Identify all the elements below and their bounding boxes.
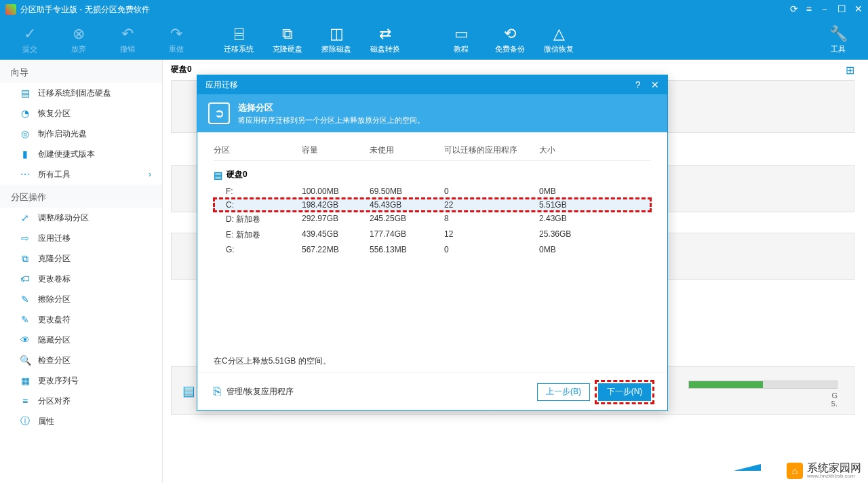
info-icon: ⓘ — [19, 415, 31, 427]
wechat-icon: △ — [553, 25, 565, 43]
cancel-icon: ⊗ — [73, 25, 85, 43]
cell-apps: 0 — [444, 245, 539, 254]
sidebar-item-migrate-ssd[interactable]: ▤迁移系统到固态硬盘 — [0, 83, 162, 103]
dialog-title: 应用迁移 — [205, 79, 627, 91]
cell-capacity: 439.45GB — [302, 229, 370, 241]
more-icon: ⋯ — [19, 168, 31, 180]
brand-triangle-icon — [734, 464, 761, 471]
dialog-titlebar: 应用迁移 ? ✕ — [197, 75, 667, 94]
partition-row[interactable]: E: 新加卷439.45GB177.74GB1225.36GB — [214, 227, 651, 243]
tools-button[interactable]: 🔧工具 — [814, 20, 863, 58]
sidebar-item-make-bootdisc[interactable]: ◎制作启动光盘 — [0, 123, 162, 144]
dialog-close-icon[interactable]: ✕ — [651, 79, 659, 90]
refresh-icon[interactable]: ⟳ — [790, 3, 798, 16]
sidebar-item-app-migrate[interactable]: ⇨应用迁移 — [0, 228, 162, 248]
migrate-os-button[interactable]: ⌸迁移系统 — [214, 20, 263, 58]
clone-disk-button[interactable]: ⧉克隆硬盘 — [263, 20, 312, 58]
eraser-icon: ◫ — [330, 25, 344, 43]
sidebar-item-change-letter[interactable]: ✎更改盘符 — [0, 309, 162, 330]
partition-table: 分区 容量 未使用 可以迁移的应用程序 大小 ▤ 硬盘0 F:100.00MB6… — [214, 144, 651, 256]
folder-arrow-icon: ➲ — [208, 102, 230, 124]
cell-size: 0MB — [539, 187, 607, 196]
col-capacity: 容量 — [302, 144, 370, 156]
redo-button[interactable]: ↷重做 — [152, 20, 201, 58]
cell-capacity: 100.00MB — [302, 187, 370, 196]
pie-icon: ◔ — [19, 107, 31, 119]
tag-icon: 🏷 — [19, 273, 31, 285]
cell-capacity: 198.42GB — [302, 200, 370, 210]
free-backup-button[interactable]: ⟲免费备份 — [486, 20, 534, 58]
app-logo-icon — [5, 4, 16, 15]
cell-partition: C: — [214, 200, 302, 210]
minimize-icon[interactable]: － — [820, 3, 829, 16]
wipe-icon: ✎ — [19, 293, 31, 305]
disk0-label: 硬盘0 — [171, 64, 192, 75]
sidebar-item-hide-partition[interactable]: 👁隐藏分区 — [0, 330, 162, 350]
view-toggle-icon[interactable]: ⊞ — [846, 64, 854, 77]
back-button[interactable]: 上一步(B) — [537, 383, 590, 401]
discard-button[interactable]: ⊗放弃 — [54, 20, 103, 58]
partition-ops-section-title: 分区操作 — [0, 185, 162, 208]
window-title: 分区助手专业版 - 无损分区免费软件 — [20, 4, 790, 16]
sidebar-item-change-label[interactable]: 🏷更改卷标 — [0, 269, 162, 289]
tutorial-button[interactable]: ▭教程 — [437, 20, 486, 58]
partition-row[interactable]: G:567.22MB556.13MB00MB — [214, 243, 651, 256]
col-size: 大小 — [539, 144, 607, 156]
partition-row[interactable]: C:198.42GB45.43GB225.51GB — [214, 198, 651, 212]
sidebar-item-portable-version[interactable]: ▮创建便捷式版本 — [0, 144, 162, 164]
help-icon[interactable]: ? — [635, 79, 641, 90]
sidebar-item-all-tools[interactable]: ⋯所有工具› — [0, 164, 162, 185]
letter-icon: ✎ — [19, 313, 31, 326]
cell-unused: 177.74GB — [370, 229, 444, 241]
convert-disk-button[interactable]: ⇄磁盘转换 — [361, 20, 410, 58]
next-button[interactable]: 下一步(N) — [598, 383, 651, 401]
partition-row[interactable]: D: 新加卷292.97GB245.25GB82.43GB — [214, 212, 651, 227]
sidebar-item-properties[interactable]: ⓘ属性 — [0, 411, 162, 431]
serial-icon: ▦ — [19, 374, 31, 387]
disk-group-icon: ▤ — [214, 170, 222, 180]
dialog-header-sub: 将应用程序迁移到另一个分区上来释放原分区上的空间。 — [238, 115, 425, 125]
dialog-header-title: 选择分区 — [238, 102, 425, 114]
sidebar-item-resize-move[interactable]: ⤢调整/移动分区 — [0, 208, 162, 228]
hide-icon: 👁 — [19, 334, 31, 346]
chevron-right-icon: › — [149, 170, 151, 179]
sidebar-item-change-serial[interactable]: ▦更改序列号 — [0, 370, 162, 391]
cell-partition: F: — [214, 187, 302, 196]
cell-unused: 45.43GB — [370, 200, 444, 210]
menu-icon[interactable]: ≡ — [806, 3, 812, 16]
sidebar: 向导 ▤迁移系统到固态硬盘 ◔恢复分区 ◎制作启动光盘 ▮创建便捷式版本 ⋯所有… — [0, 60, 163, 483]
drive-icon: ▤ — [19, 87, 31, 99]
close-icon[interactable]: ✕ — [854, 3, 863, 16]
cell-apps: 12 — [444, 229, 539, 241]
cell-capacity: 567.22MB — [302, 245, 370, 254]
wrench-icon: 🔧 — [829, 25, 848, 43]
manage-restore-link[interactable]: ⎘ 管理/恢复应用程序 — [214, 385, 294, 399]
clone-icon: ⧉ — [282, 25, 293, 43]
sidebar-item-check-partition[interactable]: 🔍检查分区 — [0, 350, 162, 370]
cell-unused: 245.25GB — [370, 214, 444, 225]
window-titlebar: 分区助手专业版 - 无损分区免费软件 ⟳ ≡ － ☐ ✕ — [0, 0, 868, 19]
commit-button[interactable]: ✓提交 — [5, 20, 54, 58]
app-migrate-icon: ⇨ — [19, 232, 31, 244]
sidebar-item-recover-partition[interactable]: ◔恢复分区 — [0, 103, 162, 123]
cell-capacity: 292.97GB — [302, 214, 370, 225]
undo-button[interactable]: ↶撤销 — [103, 20, 152, 58]
search-icon: 🔍 — [19, 354, 31, 366]
cell-size: 25.36GB — [539, 229, 607, 241]
partition-row[interactable]: F:100.00MB69.50MB00MB — [214, 185, 651, 198]
cell-unused: 69.50MB — [370, 187, 444, 196]
sidebar-item-align-partition[interactable]: ≡分区对齐 — [0, 391, 162, 411]
col-unused: 未使用 — [370, 144, 444, 156]
wechat-recover-button[interactable]: △微信恢复 — [534, 20, 583, 58]
wipe-disk-button[interactable]: ◫擦除磁盘 — [312, 20, 361, 58]
main-toolbar: ✓提交 ⊗放弃 ↶撤销 ↷重做 ⌸迁移系统 ⧉克隆硬盘 ◫擦除磁盘 ⇄磁盘转换 … — [0, 19, 868, 60]
drive-arrow-icon: ⌸ — [235, 25, 243, 43]
maximize-icon[interactable]: ☐ — [837, 3, 846, 16]
usb-icon: ▮ — [19, 148, 31, 160]
cell-unused: 556.13MB — [370, 245, 444, 254]
sidebar-item-clone-partition[interactable]: ⧉克隆分区 — [0, 248, 162, 269]
cell-partition: E: 新加卷 — [214, 229, 302, 241]
sidebar-item-wipe-partition[interactable]: ✎擦除分区 — [0, 289, 162, 309]
disk-group-row[interactable]: ▤ 硬盘0 — [214, 169, 651, 180]
app-migrate-dialog: 应用迁移 ? ✕ ➲ 选择分区 将应用程序迁移到另一个分区上来释放原分区上的空间… — [197, 75, 668, 411]
